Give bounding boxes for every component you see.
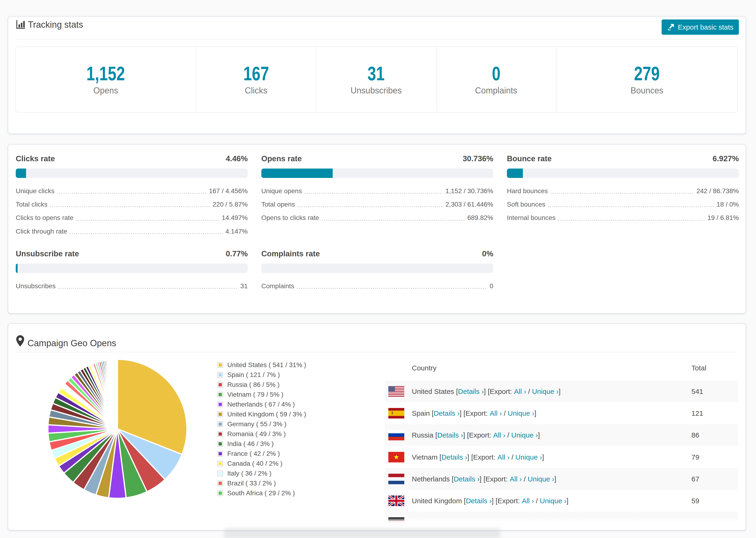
dotted-leader — [58, 288, 238, 289]
export-unique-link[interactable]: Unique › — [508, 409, 534, 417]
geo-table-row-us: United States [Details ›] [Export: All ›… — [385, 381, 738, 402]
details-link[interactable]: Details › — [454, 475, 479, 483]
rate-row-value: 19 / 6.81% — [707, 214, 739, 222]
rate-row-value: 18 / 0% — [717, 201, 739, 208]
rate-value: 30.736% — [463, 154, 493, 163]
legend-item-es: Spain ( 121 / 7% ) — [217, 370, 306, 380]
bracket: ] [Export: — [463, 431, 493, 439]
export-all-link[interactable]: All › — [522, 497, 534, 505]
export-all-link[interactable]: All › — [493, 431, 506, 439]
bracket: [ — [430, 409, 434, 417]
legend-item-vn: Vietnam ( 79 / 5% ) — [217, 390, 306, 400]
legend-item-it: Italy ( 36 / 2% ) — [217, 468, 306, 478]
country-total: 121 — [691, 402, 703, 424]
tracking-stats-card: Tracking stats Export basic stats 1,152O… — [8, 16, 746, 134]
slash: / — [526, 388, 532, 396]
rate-progress-track — [16, 169, 248, 178]
rate-row-label: Unique clicks — [16, 187, 54, 195]
rate-row-label: Internal bounces — [507, 214, 556, 222]
export-all-link[interactable]: All › — [510, 475, 522, 483]
stat-box-clicks: 167Clicks — [196, 47, 316, 112]
rate-row: Unsubscribes31 — [16, 279, 248, 293]
country-name: Vietnam — [412, 453, 438, 461]
geo-table-header: Country Total — [385, 357, 738, 381]
rate-row: Unique opens1,152 / 30.736% — [261, 184, 493, 198]
dotted-leader — [297, 288, 487, 289]
rate-row: Soft bounces18 / 0% — [507, 198, 739, 211]
export-all-link[interactable]: All › — [498, 453, 510, 461]
legend-label: Vietnam ( 79 / 5% ) — [227, 391, 283, 398]
stat-box-opens: 1,152Opens — [16, 47, 196, 112]
country-name: United Kingdom — [412, 497, 462, 505]
export-unique-link[interactable]: Unique › — [515, 453, 542, 461]
details-link[interactable]: Details › — [437, 431, 463, 439]
rate-row: Click through rate4.147% — [16, 225, 248, 238]
details-link[interactable]: Details › — [458, 388, 484, 396]
bar-chart-icon — [16, 20, 26, 29]
rate-row-value: 14.497% — [222, 214, 248, 222]
location-pin-icon — [16, 335, 24, 347]
card1-divider — [16, 39, 738, 39]
rate-block-opens-rate: Opens rate30.736%Unique opens1,152 / 30.… — [261, 154, 493, 163]
geo-table-row-ru: Russia [Details ›] [Export: All › / Uniq… — [385, 424, 738, 446]
details-link[interactable]: Details › — [434, 409, 459, 417]
legend-item-us: United States ( 541 / 31% ) — [217, 360, 306, 370]
legend-item-za: South Africa ( 29 / 2% ) — [217, 488, 306, 498]
dotted-leader — [548, 206, 714, 207]
export-unique-link[interactable]: Unique › — [540, 497, 566, 505]
rate-row-label: Opens to clicks rate — [261, 214, 319, 222]
export-unique-link[interactable]: Unique › — [532, 388, 559, 396]
rate-row: Clicks to opens rate14.497% — [16, 211, 248, 225]
bracket: ] [Export: — [459, 409, 490, 417]
legend-label: Germany ( 55 / 3% ) — [227, 420, 287, 428]
export-all-link[interactable]: All › — [490, 409, 502, 417]
rate-row-label: Total clicks — [16, 201, 47, 208]
legend-swatch — [217, 480, 223, 486]
legend-label: South Africa ( 29 / 2% ) — [227, 489, 295, 497]
bracket: ] [Export: — [492, 497, 522, 505]
rate-block-clicks-rate: Clicks rate4.46%Unique clicks167 / 4.456… — [16, 154, 248, 163]
export-unique-link[interactable]: Unique › — [528, 475, 554, 483]
details-link[interactable]: Details › — [441, 453, 467, 461]
legend-item-gb: United Kingdom ( 59 / 3% ) — [217, 409, 306, 419]
rate-row-label: Unsubscribes — [16, 282, 56, 290]
rate-row-value: 167 / 4.456% — [209, 187, 248, 195]
export-basic-stats-button[interactable]: Export basic stats — [662, 20, 739, 35]
rate-row: Complaints0 — [261, 279, 493, 293]
rate-value: 0.77% — [226, 249, 248, 258]
bracket: [ — [450, 475, 454, 483]
stat-row: 1,152Opens167Clicks31Unsubscribes0Compla… — [15, 46, 738, 113]
legend-swatch — [217, 372, 223, 378]
legend-label: Spain ( 121 / 7% ) — [227, 371, 280, 379]
geo-table-row-es: Spain [Details ›] [Export: All › / Uniqu… — [385, 402, 738, 424]
dotted-leader — [70, 233, 223, 234]
country-total: 541 — [691, 381, 703, 402]
flag-icon-ru — [388, 430, 404, 440]
stat-label: Bounces — [630, 84, 663, 97]
rate-value: 4.46% — [226, 154, 248, 163]
bracket: ] — [542, 453, 544, 461]
export-all-link[interactable]: All › — [514, 388, 526, 396]
export-unique-link[interactable]: Unique › — [511, 431, 538, 439]
rate-progress-fill — [16, 264, 18, 273]
legend-item-nl: Netherlands ( 67 / 4% ) — [217, 400, 306, 409]
flag-icon-es — [388, 408, 404, 418]
slash: / — [505, 431, 511, 439]
rate-row-value: 4.147% — [225, 228, 248, 235]
rate-row-value: 220 / 5.87% — [213, 201, 248, 208]
legend-label: Italy ( 36 / 2% ) — [227, 470, 271, 477]
rate-row-label: Soft bounces — [507, 201, 545, 208]
dotted-leader — [57, 193, 206, 194]
legend-label: France ( 42 / 2% ) — [227, 450, 280, 457]
country-column-header: Country — [412, 364, 436, 372]
rate-title: Unsubscribe rate — [16, 249, 79, 258]
stat-box-complaints: 0Complaints — [436, 47, 557, 112]
rate-row-label: Hard bounces — [507, 187, 548, 195]
bracket: [ — [433, 431, 437, 439]
legend-label: Netherlands ( 67 / 4% ) — [227, 401, 295, 408]
details-link[interactable]: Details › — [466, 497, 492, 505]
rate-row-label: Clicks to opens rate — [16, 214, 74, 222]
rate-row-label: Total opens — [261, 201, 295, 208]
legend-label: Romania ( 49 / 3% ) — [227, 430, 286, 438]
stat-value: 1,152 — [87, 64, 125, 83]
